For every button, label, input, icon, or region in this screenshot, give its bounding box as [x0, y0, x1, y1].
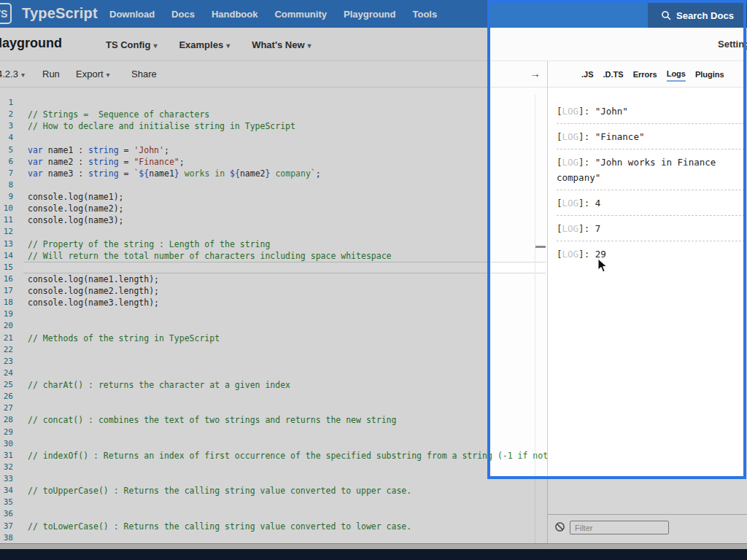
code-line: [28, 320, 547, 332]
code-line: [28, 427, 547, 438]
line-number: 37: [0, 521, 13, 532]
line-number: 36: [0, 508, 13, 520]
line-number: 33: [0, 473, 13, 485]
sidebar-collapse-arrow-icon[interactable]: [530, 67, 541, 79]
code-line: [28, 391, 547, 402]
tab-plugins[interactable]: Plugins: [695, 68, 724, 81]
code-line: [28, 473, 547, 485]
line-number: 20: [0, 320, 13, 332]
line-number: 18: [0, 297, 13, 308]
line-number: 4: [0, 132, 13, 144]
filter-input[interactable]: [570, 521, 669, 534]
version-dropdown[interactable]: 4.2.3: [0, 69, 25, 79]
code-line: console.log(name1.length);: [28, 273, 547, 285]
code-line: // concat() : combines the text of two s…: [28, 414, 547, 426]
line-number: 12: [0, 226, 13, 238]
code-line: console.log(name2);: [28, 203, 547, 214]
line-number: 15: [0, 262, 13, 273]
code-line: [28, 179, 547, 191]
code-line: [28, 438, 547, 450]
code-line: // toLowerCase() : Returns the calling s…: [28, 521, 547, 532]
code-line: [28, 356, 547, 368]
line-number: 3: [0, 120, 13, 132]
logs-panel: [LOG]: "John"[LOG]: "Finance"[LOG]: "Joh…: [557, 98, 745, 266]
share-button[interactable]: Share: [131, 69, 157, 79]
nav-item-tools[interactable]: Tools: [412, 9, 437, 20]
code-editor[interactable]: 1234567891011121314151617181920212223242…: [0, 88, 547, 543]
tab-logs[interactable]: Logs: [667, 67, 686, 82]
line-number: 2: [0, 109, 13, 120]
line-number: 23: [0, 356, 13, 368]
mouse-cursor: [597, 258, 608, 273]
code-line: [28, 226, 547, 238]
settings-button[interactable]: Settings: [718, 39, 747, 50]
top-navbar: TS TypeScript DownloadDocsHandbookCommun…: [0, 0, 747, 28]
brand-title[interactable]: TypeScript: [22, 5, 98, 22]
nav-item-download[interactable]: Download: [109, 9, 155, 20]
line-number: 19: [0, 308, 13, 320]
nav-item-handbook[interactable]: Handbook: [212, 9, 258, 20]
page-title: Playground: [0, 36, 62, 51]
line-number: 7: [0, 168, 13, 179]
nav-item-community[interactable]: Community: [274, 9, 327, 20]
export-dropdown[interactable]: Export: [76, 69, 110, 79]
editor-scrollbar[interactable]: [535, 95, 535, 543]
line-number: 27: [0, 402, 13, 414]
code-line: [28, 132, 547, 144]
nav-item-docs[interactable]: Docs: [171, 9, 195, 20]
nav-item-playground[interactable]: Playground: [344, 9, 396, 20]
line-number: 5: [0, 144, 13, 156]
line-number: 22: [0, 344, 13, 356]
line-number: 34: [0, 485, 13, 497]
log-entry: [LOG]: 29: [557, 241, 745, 266]
code-line: [28, 262, 547, 273]
log-entry: [LOG]: "John works in Finance company": [557, 149, 745, 190]
search-docs-label: Search Docs: [676, 10, 734, 21]
code-line: [28, 308, 547, 320]
log-entry: [LOG]: "Finance": [557, 124, 745, 149]
clear-logs-icon[interactable]: [554, 521, 565, 532]
search-docs-button[interactable]: Search Docs: [648, 3, 747, 28]
menu-what-s-new[interactable]: What's New: [252, 39, 311, 50]
line-number: 35: [0, 497, 13, 508]
code-line: console.log(name3);: [28, 214, 547, 226]
tab-dts[interactable]: .D.TS: [603, 68, 624, 81]
code-line: // charAt() : returns the character at a…: [28, 379, 547, 391]
nav-items: DownloadDocsHandbookCommunityPlaygroundT…: [109, 0, 437, 28]
line-number: 1: [0, 97, 13, 109]
menu-ts-config[interactable]: TS Config: [106, 39, 157, 50]
log-filter-bar: [548, 514, 747, 543]
code-line: [28, 344, 547, 356]
search-icon: [661, 10, 671, 20]
playground-menus: TS ConfigExamplesWhat's New: [106, 28, 311, 61]
log-entry: [LOG]: 7: [557, 216, 745, 241]
menu-examples[interactable]: Examples: [179, 39, 230, 50]
code-line: console.log(name2.length);: [28, 285, 547, 297]
line-number: 26: [0, 391, 13, 402]
editor-sidebar-divider[interactable]: [547, 61, 548, 543]
code-line: var name1 : string = 'John';: [28, 144, 547, 156]
line-number: 17: [0, 285, 13, 297]
code-line: [28, 97, 547, 109]
code-line: // Strings = Sequence of characters: [28, 109, 547, 120]
tab-errors[interactable]: Errors: [633, 68, 657, 81]
code-line: var name3 : string = `${name1} works in …: [28, 168, 547, 179]
code-line: [28, 532, 547, 543]
line-number: 38: [0, 532, 13, 543]
bottom-strip: [0, 543, 747, 549]
line-number: 24: [0, 368, 13, 379]
tab-js[interactable]: .JS: [581, 68, 594, 81]
line-number: 6: [0, 156, 13, 168]
line-number: 28: [0, 414, 13, 426]
line-number: 21: [0, 332, 13, 344]
typescript-logo-icon[interactable]: TS: [0, 3, 12, 24]
code-line: var name2 : string = "Finance";: [28, 156, 547, 168]
code-line: console.log(name3.length);: [28, 297, 547, 308]
line-number: 30: [0, 438, 13, 450]
line-number: 8: [0, 179, 13, 191]
code-line: [28, 508, 547, 520]
log-entry: [LOG]: "John": [557, 98, 745, 124]
code-line: [28, 368, 547, 379]
run-button[interactable]: Run: [42, 69, 60, 79]
line-number: 16: [0, 273, 13, 285]
